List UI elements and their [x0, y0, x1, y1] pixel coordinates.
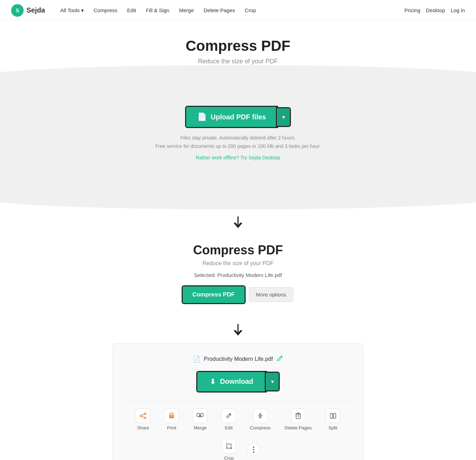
- chevron-down-icon: ▾: [81, 7, 84, 14]
- action-print[interactable]: Print: [159, 406, 184, 433]
- download-button[interactable]: ⬇ Download: [197, 372, 266, 391]
- svg-rect-13: [201, 413, 203, 417]
- more-options-button[interactable]: More options: [249, 287, 294, 302]
- dot-3: [253, 451, 254, 453]
- svg-rect-8: [170, 413, 173, 415]
- share-icon: [136, 409, 150, 423]
- upload-info: Files stay private. Automatically delete…: [106, 134, 370, 151]
- nav-edit[interactable]: Edit: [123, 5, 140, 16]
- page-title: Compress PDF: [0, 38, 476, 54]
- dot-2: [253, 449, 254, 450]
- nav-login[interactable]: Log in: [451, 7, 465, 13]
- page-subtitle: Reduce the size of your PDF: [0, 58, 476, 65]
- edit-label: Edit: [225, 425, 232, 430]
- action-merge[interactable]: Merge: [187, 406, 213, 433]
- svg-point-2: [144, 413, 146, 414]
- crop-icon: [222, 439, 236, 453]
- delete-pages-label: Delete Pages: [285, 425, 312, 430]
- nav-pricing[interactable]: Pricing: [404, 7, 420, 13]
- actions-toolbar: Share Print: [127, 401, 349, 460]
- nav-merge[interactable]: Merge: [175, 5, 198, 16]
- upload-dropdown-arrow[interactable]: ▾: [277, 108, 290, 126]
- delete-pages-icon: [291, 409, 306, 423]
- compress-btn-row: Compress PDF More options: [106, 286, 370, 303]
- svg-line-6: [142, 416, 145, 418]
- print-icon: [164, 409, 179, 423]
- document-icon: 📄: [197, 112, 207, 121]
- nav-compress[interactable]: Compress: [89, 5, 121, 16]
- action-edit[interactable]: Edit: [216, 406, 241, 433]
- download-dropdown-arrow[interactable]: ▾: [266, 373, 279, 390]
- nav-links: All Tools ▾ Compress Edit Fill & Sign Me…: [56, 5, 404, 16]
- compress-title: Compress PDF: [106, 243, 370, 257]
- merge-icon: [193, 409, 207, 423]
- edit-filename-icon[interactable]: [276, 355, 283, 364]
- arrow-down-1: [0, 216, 476, 229]
- compress-button[interactable]: Compress PDF: [183, 286, 245, 303]
- crop-label: Crop: [224, 455, 234, 460]
- upload-button[interactable]: 📄 Upload PDF files: [186, 107, 277, 127]
- logo-name: Sejda: [26, 6, 45, 14]
- nav-fill-sign[interactable]: Fill & Sign: [142, 5, 174, 16]
- upload-btn-wrapper: 📄 Upload PDF files ▾: [186, 107, 290, 127]
- compress-label: Compress: [250, 425, 270, 430]
- upload-area: 📄 Upload PDF files ▾ Files stay private.…: [106, 93, 370, 178]
- more-actions-button[interactable]: [247, 443, 260, 456]
- print-label: Print: [167, 425, 176, 430]
- offline-link[interactable]: Rather work offline? Try Sejda Desktop: [196, 155, 280, 160]
- action-delete-pages[interactable]: Delete Pages: [279, 406, 317, 433]
- nav-delete-pages[interactable]: Delete Pages: [199, 5, 239, 16]
- action-compress[interactable]: Compress: [244, 406, 276, 433]
- result-file-row: 📄 Productivity Modern Life.pdf: [127, 355, 349, 364]
- dot-1: [253, 446, 254, 448]
- compress-icon: [253, 409, 268, 423]
- svg-line-5: [142, 414, 145, 415]
- nav-all-tools[interactable]: All Tools ▾: [56, 5, 88, 16]
- download-wrapper: ⬇ Download ▾: [127, 372, 349, 391]
- result-card: 📄 Productivity Modern Life.pdf ⬇ Downloa…: [113, 343, 363, 460]
- svg-rect-21: [333, 413, 336, 418]
- nav-crop[interactable]: Crop: [240, 5, 260, 16]
- svg-rect-15: [296, 414, 300, 419]
- result-file-name: Productivity Modern Life.pdf: [204, 356, 273, 362]
- split-label: Split: [328, 425, 337, 430]
- compress-subtitle: Reduce the size of your PDF: [106, 260, 370, 267]
- logo-link[interactable]: S Sejda: [11, 4, 45, 17]
- action-share[interactable]: Share: [130, 406, 156, 433]
- svg-point-3: [140, 415, 142, 417]
- file-icon: 📄: [193, 355, 200, 363]
- edit-icon: [221, 409, 236, 423]
- download-icon: ⬇: [210, 378, 216, 386]
- merge-label: Merge: [194, 425, 207, 430]
- share-label: Share: [137, 425, 149, 430]
- svg-rect-20: [330, 413, 333, 418]
- selected-file-label: Selected: Productivity Modern Life.pdf: [106, 272, 370, 278]
- action-split[interactable]: Split: [320, 406, 346, 433]
- navigation: S Sejda All Tools ▾ Compress Edit Fill &…: [0, 0, 476, 21]
- logo-icon: S: [11, 4, 24, 17]
- arrow-down-2: [0, 324, 476, 336]
- nav-desktop[interactable]: Desktop: [426, 7, 445, 13]
- compress-section: Compress PDF Reduce the size of your PDF…: [106, 236, 370, 317]
- hero-section: Compress PDF Reduce the size of your PDF: [0, 21, 476, 65]
- split-icon: [326, 409, 340, 423]
- download-btn-wrapper: ⬇ Download ▾: [197, 372, 279, 391]
- action-crop[interactable]: Crop: [216, 436, 242, 460]
- svg-rect-12: [197, 413, 199, 417]
- nav-right: Pricing Desktop Log in: [404, 7, 465, 13]
- svg-point-4: [144, 417, 146, 419]
